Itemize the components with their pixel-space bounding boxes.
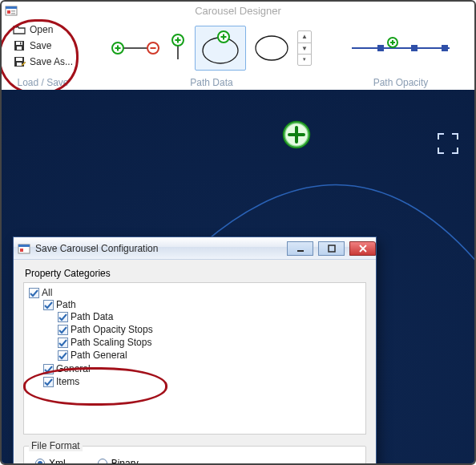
svg-rect-6 — [16, 42, 22, 45]
ribbon-caption-path-data: Path Data — [190, 75, 232, 90]
radio-dot-icon — [35, 459, 45, 465]
radio-dot-icon — [98, 459, 107, 465]
svg-rect-11 — [17, 63, 22, 66]
editor-canvas[interactable]: Save Carousel Configuration Property Cat… — [2, 90, 474, 463]
svg-rect-39 — [18, 245, 30, 247]
close-button[interactable] — [349, 241, 376, 256]
radio-xml-label: Xml — [49, 458, 66, 465]
save-config-dialog: Save Carousel Configuration Property Cat… — [13, 237, 377, 465]
property-categories-label: Property Categories — [25, 268, 366, 279]
app-title: Carousel Designer — [2, 5, 474, 17]
maximize-button[interactable] — [318, 241, 345, 256]
ribbon-group-load-save: Open Save Save As... Load / Save — [6, 21, 79, 90]
svg-rect-10 — [16, 58, 22, 61]
ribbon-group-path-data: ▲▼▾ Path Data — [87, 21, 336, 90]
radio-binary-label: Binary — [111, 458, 139, 465]
fullscreen-icon[interactable] — [436, 131, 460, 156]
tool-add-point[interactable] — [166, 26, 190, 71]
add-node-button[interactable] — [282, 120, 311, 149]
dialog-icon — [18, 242, 30, 255]
ribbon: Open Save Save As... Load / Save — [2, 21, 474, 90]
save-as-icon — [13, 55, 26, 68]
tree-node-all[interactable]: All — [42, 287, 52, 298]
save-label: Save — [30, 40, 51, 51]
tool-ellipse-plain[interactable] — [251, 26, 292, 71]
tree-node-items[interactable]: Items — [56, 376, 79, 387]
radio-xml[interactable]: Xml — [35, 458, 66, 465]
tool-add-remove-node[interactable] — [111, 26, 161, 71]
save-as-label: Save As... — [30, 56, 73, 67]
ribbon-group-path-opacity: Path Opacity — [344, 21, 458, 90]
property-tree[interactable]: All Path Path Data Path Opacity Stops Pa… — [23, 282, 366, 435]
tree-node-path-data[interactable]: Path Data — [71, 311, 113, 322]
save-icon — [13, 39, 26, 52]
svg-rect-40 — [20, 249, 23, 252]
checkbox-icon[interactable] — [58, 325, 68, 335]
svg-point-26 — [256, 36, 288, 60]
checkbox-icon[interactable] — [58, 338, 68, 348]
open-label: Open — [30, 24, 53, 35]
checkbox-icon[interactable] — [58, 312, 68, 322]
svg-rect-30 — [442, 45, 448, 51]
tree-node-path-scaling[interactable]: Path Scaling Stops — [71, 337, 151, 348]
ribbon-caption-load-save: Load / Save — [17, 75, 68, 90]
svg-rect-42 — [329, 245, 335, 252]
tool-ellipse-add[interactable] — [195, 26, 246, 71]
file-format-label: File Format — [29, 440, 83, 451]
tree-node-general[interactable]: General — [56, 363, 91, 374]
save-button[interactable]: Save — [11, 38, 75, 53]
checkbox-icon[interactable] — [29, 288, 39, 298]
ribbon-caption-path-opacity: Path Opacity — [373, 75, 429, 90]
svg-rect-8 — [20, 42, 22, 45]
tool-spinner[interactable]: ▲▼▾ — [297, 26, 312, 71]
svg-rect-29 — [411, 45, 418, 51]
tree-node-path[interactable]: Path — [56, 299, 76, 310]
open-button[interactable]: Open — [11, 22, 75, 37]
radio-binary[interactable]: Binary — [98, 458, 139, 465]
open-icon — [13, 23, 26, 36]
tree-node-path-opacity[interactable]: Path Opacity Stops — [71, 324, 153, 335]
checkbox-icon[interactable] — [58, 350, 68, 361]
checkbox-icon[interactable] — [43, 377, 54, 387]
tool-opacity-line[interactable] — [349, 26, 453, 71]
save-as-button[interactable]: Save As... — [11, 55, 75, 69]
file-format-group: File Format Xml Binary — [23, 446, 366, 465]
checkbox-icon[interactable] — [43, 364, 54, 374]
tree-node-path-general[interactable]: Path General — [71, 350, 127, 361]
svg-rect-7 — [17, 46, 22, 50]
svg-rect-28 — [377, 45, 384, 51]
dialog-titlebar[interactable]: Save Carousel Configuration — [14, 237, 376, 260]
dialog-title: Save Carousel Configuration — [35, 243, 158, 254]
checkbox-icon[interactable] — [43, 300, 54, 310]
minimize-button[interactable] — [287, 241, 313, 256]
